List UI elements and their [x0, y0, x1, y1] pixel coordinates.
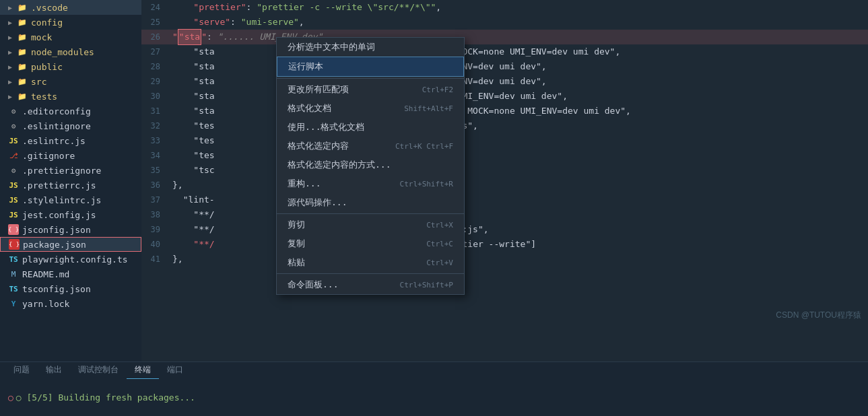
dot-icon: ⚙ [8, 106, 19, 116]
dot-icon: ⚙ [8, 120, 19, 131]
context-menu-item-command_palette[interactable]: 命令面板...Ctrl+Shift+P [277, 275, 464, 294]
chevron-icon: ▶ [8, 93, 12, 100]
sidebar-item-packagejson[interactable]: { }package.json [0, 237, 141, 252]
sidebar-item-config[interactable]: ▶📁config [0, 15, 141, 30]
sidebar-item-label: package.json [23, 240, 86, 250]
sidebar-item-jestconfig[interactable]: JSjest.config.js [0, 207, 141, 222]
code-line-29: 29 "sta =none UMI_ENV=dev umi dev", [141, 74, 868, 89]
folder-icon: 📁 [17, 2, 28, 13]
sidebar-item-public[interactable]: ▶📁public [0, 59, 141, 74]
folder-icon: 📁 [17, 32, 28, 42]
code-line-40: 40 "**/ n}": ["prettier --write"] [141, 237, 868, 252]
code-line-25: 25 "serve": "umi-serve", [141, 15, 868, 30]
line-number: 38 [141, 207, 167, 222]
context-menu-item-refactor[interactable]: 重构...Ctrl+Shift+R [277, 174, 464, 193]
sidebar-item-tests[interactable]: ▶📁tests [0, 89, 141, 104]
sidebar: ▶📁.vscode▶📁config▶📁mock▶📁node_modules▶📁p… [0, 0, 141, 361]
context-menu-item-format_sel[interactable]: 格式化选定内容Ctrl+K Ctrl+F [277, 137, 464, 155]
line-number: 37 [141, 193, 167, 207]
context-menu-label: 格式化文档 [288, 102, 331, 114]
folder-icon: 📁 [17, 91, 28, 102]
js-icon: JS [8, 180, 19, 190]
chevron-icon: ▶ [8, 4, 12, 11]
code-line-38: 38 "**/ less", [141, 207, 868, 222]
context-menu-item-analyze[interactable]: 分析选中文本中的单词 [277, 38, 464, 57]
sidebar-item-jsconfig[interactable]: { }jsconfig.json [0, 222, 141, 237]
sidebar-item-src[interactable]: ▶📁src [0, 74, 141, 89]
context-menu-shortcut: Shift+Alt+F [404, 104, 453, 113]
line-number: 27 [141, 44, 167, 59]
line-number: 33 [141, 133, 167, 148]
chevron-icon: ▶ [8, 19, 12, 26]
line-number: 39 [141, 222, 167, 237]
sidebar-item-vscode[interactable]: ▶📁.vscode [0, 0, 141, 15]
js-icon: JS [8, 135, 19, 146]
line-number: 41 [141, 252, 167, 267]
context-menu-item-format_doc[interactable]: 格式化文档Shift+Alt+F [277, 99, 464, 118]
context-menu-item-copy[interactable]: 复制Ctrl+C [277, 234, 464, 253]
code-line-34: 34 "tes [141, 148, 868, 163]
terminal-output: ○ [5/5] Building fresh packages... [16, 392, 195, 403]
context-menu-item-format_with[interactable]: 使用...格式化文档 [277, 118, 464, 137]
line-number: 24 [141, 0, 167, 15]
bottom-tab-problems[interactable]: 问题 [5, 362, 38, 380]
code-line-27: 27 "sta P_ENV=dev MOCK=none UMI_ENV=dev … [141, 44, 868, 59]
git-icon: ⎇ [8, 150, 19, 161]
sidebar-item-label: .prettierignore [22, 166, 101, 176]
context-menu-item-source_action[interactable]: 源代码操作... [277, 193, 464, 212]
code-line-32: 32 "tes c/components", [141, 118, 868, 133]
pkg-icon: { } [9, 239, 20, 250]
sidebar-item-gitignore[interactable]: ⎇.gitignore [0, 148, 141, 163]
bottom-tab-debug[interactable]: 调试控制台 [70, 362, 127, 380]
sidebar-item-prettierignore[interactable]: ⚙.prettierignore [0, 163, 141, 178]
line-number: 26 [141, 30, 167, 44]
sidebar-item-label: .vscode [31, 3, 68, 13]
md-icon: M [8, 269, 19, 279]
line-number: 29 [141, 74, 167, 89]
sidebar-item-label: .stylelintrc.js [22, 195, 101, 205]
context-menu-label: 粘贴 [288, 256, 305, 269]
chevron-icon: ▶ [8, 34, 12, 41]
sidebar-item-editorconfig[interactable]: ⚙.editorconfig [0, 104, 141, 118]
line-content: "lint- [167, 193, 215, 207]
context-menu-item-replace_all[interactable]: 更改所有匹配项Ctrl+F2 [277, 80, 464, 99]
sidebar-item-eslintrc[interactable]: JS.eslintrc.js [0, 133, 141, 148]
bottom-tab-ports[interactable]: 端口 [159, 362, 191, 380]
code-line-28: 28 "sta =none UMI_ENV=dev umi dev", [141, 59, 868, 74]
bottom-tab-terminal[interactable]: 终端 [127, 362, 159, 380]
sidebar-item-node_modules[interactable]: ▶📁node_modules [0, 44, 141, 59]
bottom-tab-output[interactable]: 输出 [38, 362, 70, 380]
context-menu-separator [277, 213, 464, 214]
sidebar-item-stylelintrc[interactable]: JS.stylelintrc.js [0, 193, 141, 207]
context-menu-shortcut: Ctrl+F2 [422, 85, 453, 94]
line-number: 25 [141, 15, 167, 30]
context-menu-label: 复制 [288, 238, 305, 250]
folder-icon: 📁 [17, 46, 28, 57]
code-line-35: 35 "tsc [141, 163, 868, 178]
sidebar-item-label: tsconfig.json [22, 284, 91, 294]
folder-icon: 📁 [17, 61, 28, 72]
sidebar-item-label: src [31, 77, 46, 87]
context-menu-item-cut[interactable]: 剪切Ctrl+X [277, 215, 464, 234]
chevron-icon: ▶ [8, 63, 12, 71]
sidebar-item-playwright[interactable]: TSplaywright.config.ts [0, 252, 141, 267]
context-menu-item-run_script[interactable]: 运行脚本 [277, 57, 464, 77]
bottom-tabs: 问题输出调试控制台终端端口 [5, 362, 191, 380]
ts-icon: TS [8, 254, 19, 265]
sidebar-item-readme[interactable]: MREADME.md [0, 267, 141, 281]
context-menu-shortcut: Ctrl+C [426, 240, 453, 248]
sidebar-item-eslintignore[interactable]: ⚙.eslintignore [0, 118, 141, 133]
sidebar-item-mock[interactable]: ▶📁mock [0, 30, 141, 44]
code-line-24: 24 "prettier": "prettier -c --write \"sr… [141, 0, 868, 15]
sidebar-item-prettierrc[interactable]: JS.prettierrc.js [0, 178, 141, 193]
context-menu-label: 命令面板... [288, 279, 338, 291]
context-menu-label: 剪切 [288, 219, 305, 231]
context-menu-item-format_sel_with[interactable]: 格式化选定内容的方式... [277, 155, 464, 174]
sidebar-item-label: .prettierrc.js [22, 180, 96, 190]
sidebar-item-label: tests [31, 92, 57, 102]
context-menu-label: 重构... [288, 178, 321, 190]
sidebar-item-label: jest.config.js [22, 210, 96, 220]
context-menu-item-paste[interactable]: 粘贴Ctrl+V [277, 253, 464, 272]
sidebar-item-tsconfig[interactable]: TStsconfig.json [0, 281, 141, 296]
sidebar-item-yarnlock[interactable]: Yyarn.lock [0, 296, 141, 311]
